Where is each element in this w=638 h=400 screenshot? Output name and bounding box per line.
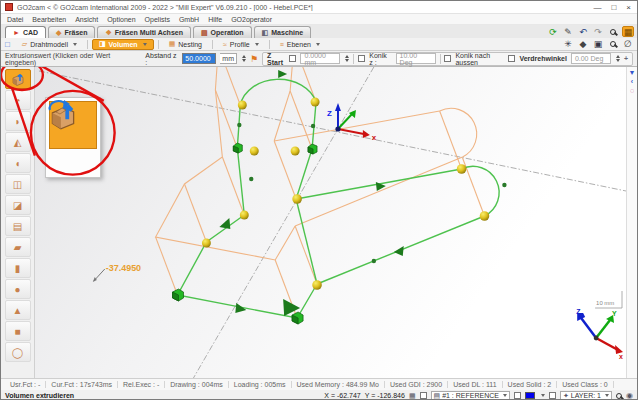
menu-gmbh[interactable]: GmbH — [179, 16, 199, 23]
zoom-status-icon[interactable] — [616, 393, 622, 399]
sidebar-loft-button[interactable]: ◭ — [5, 132, 31, 152]
menu-ansicht[interactable]: Ansicht — [75, 16, 98, 23]
chevron-down-icon — [503, 394, 507, 397]
stamp-icon[interactable]: ✎ — [562, 26, 574, 37]
z-axis-label: Z — [327, 109, 332, 118]
ink-icon[interactable]: ◆ — [577, 38, 589, 49]
konik-checkbox[interactable] — [358, 55, 365, 62]
filter-icon[interactable]: ▼ — [629, 69, 636, 76]
layer-checkbox[interactable] — [549, 392, 556, 399]
minimize-button[interactable]: — — [593, 3, 601, 12]
konik-aussen-label: Konik nach aussen — [455, 52, 504, 66]
abstand-input[interactable]: 50.0000 — [182, 53, 216, 64]
menu-optionen[interactable]: Optionen — [107, 16, 135, 23]
sidebar-sweep-button[interactable]: ◗ — [5, 111, 31, 131]
verdreh-value[interactable]: 0.00 Deg — [571, 53, 611, 64]
triad-x-label: x — [619, 353, 623, 360]
render-settings-icon[interactable]: ✳ — [562, 38, 574, 49]
zstart-checkbox[interactable] — [289, 55, 296, 62]
used-gdi: Used GDI : 2900 — [385, 381, 448, 388]
divider — [212, 40, 213, 49]
sidebar-cube-button[interactable]: ■ — [5, 321, 31, 341]
color-swatch[interactable] — [525, 392, 535, 399]
zoom-window-icon[interactable] — [607, 38, 619, 49]
flyout-revolve-button[interactable] — [49, 152, 77, 174]
reference-value: #1 : REFERENCE — [442, 392, 499, 399]
drawing-time: Drawing : 004ms — [165, 381, 229, 388]
quick-access-toolbar: ⟳ ✎ ↶ ↷ ▦ ✳ ◆ ▣ ∅ — [544, 26, 634, 49]
sweep-icon: ◗ — [14, 116, 20, 127]
viewport[interactable]: Z x -37.4950 10 mm — [35, 67, 626, 378]
triad-z-label: Z — [576, 308, 581, 315]
metrics-status-bar: Usr.Fct : - Cur.Fct : 17s743ms Rel.Exec … — [1, 378, 637, 390]
cube-points[interactable] — [173, 143, 318, 324]
sidebar-shell-button[interactable]: ▤ — [5, 216, 31, 236]
layer-select[interactable]: ✦ LAYER: 1 — [560, 391, 612, 400]
menu-bearbeiten[interactable]: Bearbeiten — [32, 16, 66, 23]
ribbon-drahtmodell[interactable]: ▱ Drahtmodell — [16, 39, 83, 50]
zstart-value[interactable]: 0.0000 mm — [300, 53, 340, 64]
drahtmodell-icon: ▱ — [22, 40, 27, 48]
konik-aussen-checkbox[interactable] — [444, 55, 451, 62]
zoom-icon[interactable] — [607, 26, 619, 37]
torus-icon: ◯ — [12, 347, 23, 358]
menu-hilfe[interactable]: Hilfe — [208, 16, 222, 23]
color-checkbox[interactable] — [514, 392, 521, 399]
menu-go2operator[interactable]: GO2operator — [231, 16, 272, 23]
sidebar-sphere-button[interactable]: ● — [5, 279, 31, 299]
tray-icon[interactable]: ▣ — [592, 38, 604, 49]
ribbon-nesting[interactable]: ▦ Nesting — [163, 39, 208, 50]
ribbon-ebenen[interactable]: ≡ Ebenen — [274, 39, 326, 50]
reference-checkbox[interactable] — [420, 392, 427, 399]
reference-select[interactable]: ▤ #1 : REFERENCE — [431, 391, 510, 400]
grid-icon[interactable]: ▦ — [409, 392, 416, 400]
tab-fraesen-multi-achsen[interactable]: ❖ Fräsen Multi Achsen — [97, 26, 190, 38]
redo-icon[interactable]: ↷ — [592, 26, 604, 37]
sidebar-extrude-button[interactable] — [5, 69, 31, 89]
direction-flag-icon[interactable]: ⚑ — [250, 54, 258, 64]
abstand-unit: mm — [220, 53, 237, 64]
sidebar-cylinder-button[interactable]: ▮ — [5, 258, 31, 278]
collapse-icon[interactable]: ‹ — [631, 78, 633, 85]
used-memory: Used Memory : 484.99 Mo — [292, 381, 385, 388]
tab-cad[interactable]: ► CAD — [5, 26, 46, 38]
undo-icon[interactable]: ↶ — [577, 26, 589, 37]
prompt-label: Extrusionswert (Klicken oder Wert eingeb… — [5, 52, 135, 66]
tab-maschine[interactable]: ◧ Maschine — [254, 26, 312, 38]
midpoint-markers[interactable] — [237, 123, 506, 263]
nesting-label: Nesting — [178, 41, 202, 48]
sidebar-rib-button[interactable]: ▰ — [5, 237, 31, 257]
apply-icon[interactable]: + — [624, 55, 628, 62]
calculator-icon[interactable]: ▦ — [622, 26, 634, 37]
zstart-stepper[interactable] — [345, 55, 349, 62]
sidebar-boolean-button[interactable]: ◫ — [5, 174, 31, 194]
sidebar-fillet-button[interactable]: ◪ — [5, 195, 31, 215]
hide-entities-icon[interactable]: ∅ — [622, 38, 634, 49]
boolean-icon: ◫ — [13, 179, 22, 190]
sidebar-torus-button[interactable]: ◯ — [5, 342, 31, 362]
target-icon[interactable]: ◉ — [626, 391, 633, 400]
sidebar-revolve-button[interactable]: ◔ — [5, 90, 31, 110]
close-button[interactable]: × — [626, 3, 631, 12]
tab-operation[interactable]: ▤ Operation — [193, 26, 252, 38]
divider — [158, 40, 159, 49]
maximize-button[interactable]: □ — [611, 3, 616, 12]
sidebar-pipe-button[interactable]: ◖ — [5, 153, 31, 173]
tab-fraesen[interactable]: ◆ Fräsen — [48, 26, 95, 38]
pipe-icon: ◖ — [14, 158, 20, 169]
key-points[interactable] — [202, 98, 489, 290]
tab-operation-label: Operation — [211, 29, 244, 36]
new-page-icon[interactable]: □ — [5, 40, 10, 49]
abstand-stepper[interactable] — [242, 55, 246, 62]
menu-datei[interactable]: Datei — [7, 16, 23, 23]
sidebar-cone-button[interactable]: ▲ — [5, 300, 31, 320]
refresh-icon[interactable]: ⟳ — [547, 26, 559, 37]
menu-opelists[interactable]: Opelists — [145, 16, 170, 23]
ribbon-volumen[interactable]: ◨ Volumen — [92, 39, 154, 50]
ribbon-profile[interactable]: ≈ Profile — [217, 39, 265, 50]
pick-icon[interactable]: ◌ — [630, 87, 634, 94]
verdreh-checkbox[interactable] — [508, 55, 515, 62]
verdreh-stepper[interactable] — [616, 55, 620, 62]
viewport-canvas[interactable]: Z x -37.4950 10 mm — [35, 67, 626, 378]
konik-value[interactable]: 10.00 Deg — [396, 53, 436, 64]
